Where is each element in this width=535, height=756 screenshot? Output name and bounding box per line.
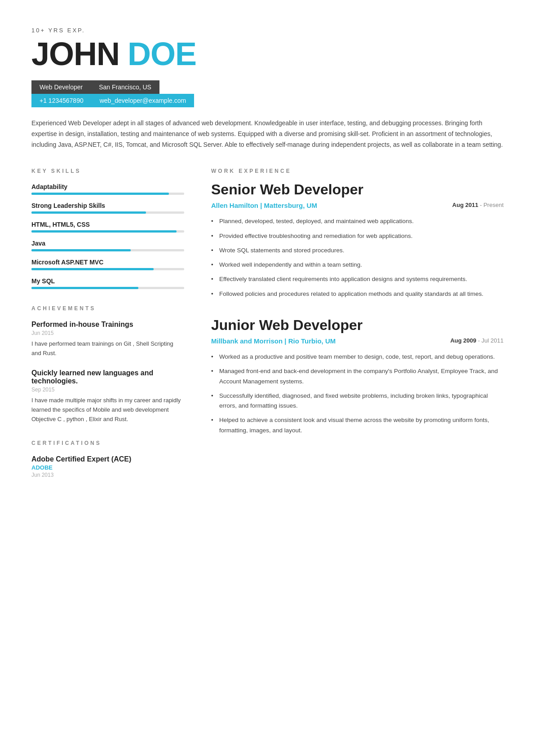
skill-item: Strong Leadership Skills	[31, 202, 184, 214]
job-item: Senior Web Developer Allen Hamilton | Ma…	[211, 181, 504, 299]
skill-bar-fill	[31, 249, 131, 251]
job-title: Junior Web Developer	[211, 317, 504, 334]
skill-bar-fill	[31, 287, 138, 289]
two-col-layout: KEY SKILLS Adaptability Strong Leadershi…	[31, 168, 504, 485]
skill-name: Microsoft ASP.NET MVC	[31, 259, 184, 266]
job-company: Millbank and Morrison | Rio Turbio, UM	[211, 337, 336, 345]
job-title-chip: Web Developer	[31, 80, 91, 94]
skill-item: Microsoft ASP.NET MVC	[31, 259, 184, 270]
achievement-date: Sep 2015	[31, 387, 184, 393]
work-experience-heading: WORK EXPERIENCE	[211, 168, 504, 174]
skill-name: Strong Leadership Skills	[31, 202, 184, 209]
left-column: KEY SKILLS Adaptability Strong Leadershi…	[31, 168, 184, 485]
achievement-desc: I have made multiple major shifts in my …	[31, 396, 184, 424]
achievement-item: Quickly learned new languages and techno…	[31, 369, 184, 424]
job-company: Allen Hamilton | Mattersburg, UM	[211, 202, 317, 209]
skill-bar-fill	[31, 268, 154, 270]
cert-title: Adobe Certified Expert (ACE)	[31, 455, 184, 463]
cert-date: Jun 2013	[31, 472, 184, 478]
info-row-contact: +1 1234567890 web_developer@example.com	[31, 94, 194, 107]
job-item: Junior Web Developer Millbank and Morris…	[211, 317, 504, 435]
skill-bar-bg	[31, 268, 184, 270]
skill-item: Adaptability	[31, 183, 184, 195]
job-bullet: Helped to achieve a consistent look and …	[211, 415, 504, 435]
achievements-list: Performed in-house Trainings Jun 2015 I …	[31, 321, 184, 424]
location-chip: San Francisco, US	[91, 80, 159, 94]
summary-text: Experienced Web Developer adept in all s…	[31, 118, 504, 150]
skill-bar-fill	[31, 230, 177, 233]
email-chip: web_developer@example.com	[92, 94, 194, 107]
skill-name: HTML, HTML5, CSS	[31, 221, 184, 228]
job-bullet: Managed front-end and back-end developme…	[211, 366, 504, 387]
skill-bar-bg	[31, 193, 184, 195]
achievement-date: Jun 2015	[31, 330, 184, 336]
job-bullet: Followed policies and procedures related…	[211, 289, 504, 299]
certifications-section: CERTIFICATIONS Adobe Certified Expert (A…	[31, 440, 184, 478]
job-bullet: Worked as a productive and positive team…	[211, 352, 504, 362]
phone-chip: +1 1234567890	[31, 94, 92, 107]
skill-bar-bg	[31, 287, 184, 289]
job-bullet: Worked well independently and within a t…	[211, 260, 504, 270]
cert-item: Adobe Certified Expert (ACE) ADOBE Jun 2…	[31, 455, 184, 478]
skill-bar-bg	[31, 230, 184, 233]
job-bullet: Provided effective troubleshooting and r…	[211, 231, 504, 241]
job-bullets: Worked as a productive and positive team…	[211, 352, 504, 435]
skill-name: Java	[31, 240, 184, 247]
skill-item: My SQL	[31, 277, 184, 289]
jobs-list: Senior Web Developer Allen Hamilton | Ma…	[211, 181, 504, 435]
job-dates: Aug 2009 - Jul 2011	[450, 337, 504, 344]
skills-list: Adaptability Strong Leadership Skills HT…	[31, 183, 184, 289]
achievement-item: Performed in-house Trainings Jun 2015 I …	[31, 321, 184, 358]
last-name: DOE	[128, 35, 196, 72]
skill-bar-bg	[31, 249, 184, 251]
achievement-title: Quickly learned new languages and techno…	[31, 369, 184, 385]
job-dates: Aug 2011 - Present	[450, 202, 504, 208]
job-bullet: Planned, developed, tested, deployed, an…	[211, 216, 504, 226]
job-bullet: Wrote SQL statements and stored procedur…	[211, 246, 504, 255]
job-bullet: Effectively translated client requiremen…	[211, 274, 504, 284]
skill-bar-fill	[31, 211, 146, 214]
job-title: Senior Web Developer	[211, 181, 504, 198]
exp-label: 10+ YRS EXP.	[31, 27, 504, 34]
job-meta: Allen Hamilton | Mattersburg, UM Aug 201…	[211, 202, 504, 209]
skill-item: HTML, HTML5, CSS	[31, 221, 184, 233]
certifications-heading: CERTIFICATIONS	[31, 440, 184, 446]
certifications-list: Adobe Certified Expert (ACE) ADOBE Jun 2…	[31, 455, 184, 478]
info-row-title-location: Web Developer San Francisco, US	[31, 80, 159, 94]
cert-issuer: ADOBE	[31, 464, 184, 471]
skill-name: Adaptability	[31, 183, 184, 190]
job-meta: Millbank and Morrison | Rio Turbio, UM A…	[211, 337, 504, 345]
achievements-heading: ACHIEVEMENTS	[31, 305, 184, 312]
info-bar: Web Developer San Francisco, US +1 12345…	[31, 80, 504, 107]
job-bullets: Planned, developed, tested, deployed, an…	[211, 216, 504, 299]
achievements-section: ACHIEVEMENTS Performed in-house Training…	[31, 305, 184, 424]
name-row: JOHN DOE	[31, 35, 504, 72]
job-bullet: Successfully identified, diagnosed, and …	[211, 391, 504, 411]
first-name: JOHN	[31, 35, 119, 72]
skill-bar-fill	[31, 193, 169, 195]
skill-item: Java	[31, 240, 184, 251]
achievement-title: Performed in-house Trainings	[31, 321, 184, 329]
skill-bar-bg	[31, 211, 184, 214]
skill-name: My SQL	[31, 277, 184, 285]
key-skills-heading: KEY SKILLS	[31, 168, 184, 174]
achievement-desc: I have performed team trainings on Git ,…	[31, 339, 184, 358]
right-column: WORK EXPERIENCE Senior Web Developer All…	[211, 168, 504, 485]
